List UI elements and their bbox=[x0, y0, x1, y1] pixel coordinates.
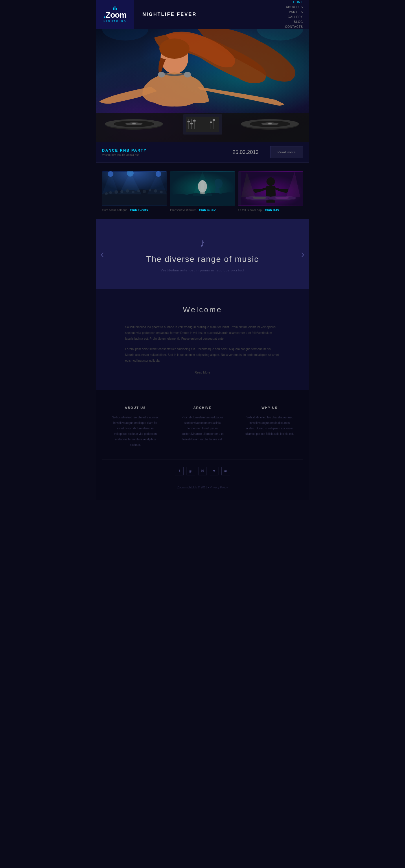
svg-point-42 bbox=[143, 190, 146, 193]
svg-point-66 bbox=[275, 197, 289, 199]
gallery-item-music[interactable]: Praesent vestibulum Club music bbox=[170, 171, 235, 212]
footer-archive-text: Proin dictum elemtum veitdpibus sceleu v… bbox=[178, 414, 227, 442]
gallery-thumb-events bbox=[102, 171, 167, 206]
gallery-section: Cum sociis natoque Club events bbox=[96, 163, 309, 219]
svg-point-5 bbox=[158, 72, 165, 78]
footer-about-text: Sollicitudinelied leo pharetra aunnec in… bbox=[111, 414, 160, 447]
svg-rect-64 bbox=[238, 172, 241, 206]
gallery-item-events[interactable]: Cum sociis natoque Club events bbox=[102, 171, 167, 212]
svg-rect-26 bbox=[190, 123, 193, 124]
svg-point-12 bbox=[132, 123, 136, 124]
footer-col-about: ABOUT US Sollicitudinelied leo pharetra … bbox=[102, 406, 169, 447]
nav-blog[interactable]: BLOG bbox=[285, 20, 303, 24]
event-info: DANCE RNB PARTY Vestibulum iaculis lacin… bbox=[102, 148, 221, 157]
logo-subtitle: NIGHTCLUB bbox=[103, 20, 126, 23]
svg-rect-28 bbox=[210, 122, 212, 123]
read-more-button[interactable]: Read more bbox=[270, 146, 303, 158]
gallery-label-djs: Ut tellus dolor dapi Club DJS bbox=[238, 208, 303, 212]
footer-about-title: ABOUT US bbox=[111, 406, 160, 409]
welcome-title: Welcome bbox=[125, 305, 280, 314]
nav-about[interactable]: ABOUT US bbox=[285, 5, 303, 9]
welcome-section: Welcome Sollicitudinelied leo pharetra a… bbox=[96, 289, 309, 390]
footer-col-why: WHY US Sollicitudinelied leo pharetra au… bbox=[236, 406, 303, 447]
nav-contacts[interactable]: CONTACTS bbox=[285, 24, 303, 29]
svg-rect-20 bbox=[188, 119, 189, 129]
footer-why-text: Sollicitudinelied leo pharetra aunnec in… bbox=[245, 414, 294, 437]
social-icons: f g+ ⌘ ♥ in bbox=[102, 467, 303, 475]
slider-prev-button[interactable]: ‹ bbox=[101, 249, 104, 259]
nav-parties[interactable]: PARTIES bbox=[285, 9, 303, 14]
header: .Zoom NIGHTCLUB NIGHTLIFE FEVER HOME ABO… bbox=[96, 0, 309, 29]
svg-rect-27 bbox=[193, 120, 195, 122]
event-bar: DANCE RNB PARTY Vestibulum iaculis lacin… bbox=[96, 142, 309, 163]
slider-next-button[interactable]: › bbox=[301, 249, 305, 259]
svg-rect-29 bbox=[213, 119, 215, 121]
nav-home[interactable]: HOME bbox=[285, 0, 303, 5]
welcome-paragraph-1: Sollicitudinelied leo pharetra aunnec in… bbox=[125, 324, 280, 342]
nav-gallery[interactable]: GALLERY bbox=[285, 14, 303, 20]
svg-point-17 bbox=[268, 123, 272, 124]
copyright: Zoom nightclub © 2013 • Privacy Policy bbox=[102, 480, 303, 490]
logo-icon bbox=[113, 6, 117, 10]
logo-box[interactable]: .Zoom NIGHTCLUB bbox=[96, 0, 134, 29]
gallery-label-music: Praesent vestibulum Club music bbox=[170, 208, 235, 212]
svg-rect-23 bbox=[211, 119, 211, 129]
music-note-icon: ♪ bbox=[199, 237, 206, 249]
slider-title: The diverse range of music bbox=[146, 255, 259, 264]
svg-point-59 bbox=[267, 177, 275, 186]
music-slider: ‹ ♪ The diverse range of music Vestibulu… bbox=[96, 219, 309, 289]
copyright-text: Zoom nightclub © 2013 • Privacy Policy bbox=[177, 486, 228, 489]
svg-point-46 bbox=[107, 171, 113, 177]
event-date: 25.03.2013 bbox=[232, 149, 259, 155]
event-title: DANCE RNB PARTY bbox=[102, 148, 221, 153]
main-nav: HOME ABOUT US PARTIES GALLERY BLOG CONTA… bbox=[285, 0, 309, 29]
social-google[interactable]: g+ bbox=[187, 467, 195, 475]
footer-why-title: WHY US bbox=[245, 406, 294, 409]
social-linkedin[interactable]: in bbox=[221, 467, 230, 475]
gallery-label-events: Cum sociis natoque Club events bbox=[102, 208, 167, 212]
svg-point-48 bbox=[155, 171, 161, 177]
event-subtitle: Vestibulum iaculis lacinia est bbox=[102, 153, 221, 157]
welcome-paragraph-2: Lorem ipsm dolor sitmet consectetuer adi… bbox=[125, 346, 280, 364]
svg-point-65 bbox=[252, 197, 267, 199]
hero-section bbox=[96, 29, 309, 142]
footer-col-archive: ARCHIVE Proin dictum elemtum veitdpibus … bbox=[169, 406, 236, 447]
gallery-grid: Cum sociis natoque Club events bbox=[102, 171, 303, 212]
site-title: NIGHTLIFE FEVER bbox=[134, 12, 285, 17]
svg-point-4 bbox=[159, 38, 189, 59]
footer: ABOUT US Sollicitudinelied leo pharetra … bbox=[96, 390, 309, 500]
social-pinterest[interactable]: ♥ bbox=[210, 467, 218, 475]
hero-image bbox=[96, 29, 309, 142]
welcome-read-more-link[interactable]: - Read More - bbox=[125, 371, 280, 374]
social-bar: f g+ ⌘ ♥ in bbox=[102, 459, 303, 475]
svg-rect-25 bbox=[187, 121, 190, 122]
gallery-thumb-djs bbox=[238, 171, 303, 206]
gallery-thumb-music bbox=[170, 171, 235, 206]
gallery-item-djs[interactable]: Ut tellus dolor dapi Club DJS bbox=[238, 171, 303, 212]
svg-point-6 bbox=[184, 72, 191, 78]
logo-text: .Zoom bbox=[103, 11, 126, 19]
slider-subtitle: Vestibulum ante ipsum primis in faucibus… bbox=[161, 269, 244, 272]
footer-archive-title: ARCHIVE bbox=[178, 406, 227, 409]
social-facebook[interactable]: f bbox=[175, 467, 184, 475]
footer-cols: ABOUT US Sollicitudinelied leo pharetra … bbox=[102, 406, 303, 447]
social-rss[interactable]: ⌘ bbox=[198, 467, 207, 475]
